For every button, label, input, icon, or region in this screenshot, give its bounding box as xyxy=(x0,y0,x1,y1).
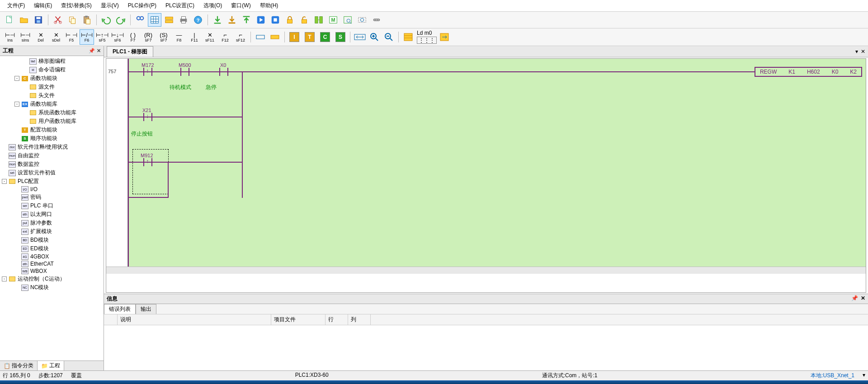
undo-icon[interactable] xyxy=(99,13,113,27)
unlock-icon[interactable] xyxy=(297,13,311,27)
paste-icon[interactable] xyxy=(80,13,94,27)
toggle-view-icon[interactable] xyxy=(162,13,176,27)
contact-x0[interactable] xyxy=(217,67,230,76)
fn-btn-sins[interactable]: ⊢⊣sIns xyxy=(18,29,33,45)
info-pin-icon[interactable]: 📌 xyxy=(851,295,858,303)
tree-item[interactable]: pwd密码 xyxy=(0,193,104,201)
open-icon[interactable] xyxy=(17,13,31,27)
fn-btn-f12[interactable]: ⌐F12 xyxy=(218,29,232,45)
compare-icon[interactable] xyxy=(312,13,326,27)
cut-icon[interactable] xyxy=(51,13,65,27)
run-icon[interactable] xyxy=(254,13,268,27)
expander-icon[interactable]: - xyxy=(14,102,19,107)
ladder-mode-icon[interactable] xyxy=(148,13,161,27)
fn-btn-sf7[interactable]: (S)sF7 xyxy=(156,29,171,45)
zoom-out-icon[interactable] xyxy=(382,30,396,44)
ladder-editor[interactable]: 757 M172 ↑ M500 X0 待机模式 急停 xyxy=(106,58,866,293)
ladder-tool-icon[interactable] xyxy=(401,30,415,44)
tree-item[interactable]: WBWBOX xyxy=(0,267,104,275)
tree-item[interactable]: BDBD模块 xyxy=(0,236,104,244)
device-icon[interactable] xyxy=(355,13,369,27)
download-alt-icon[interactable] xyxy=(225,13,239,27)
tree-item[interactable]: set设置软元件初值 xyxy=(0,169,104,177)
output-instruction[interactable]: REGW K1 H602 K0 K2 xyxy=(755,67,862,77)
tree-item[interactable]: ethEtherCAT xyxy=(0,260,104,267)
tree-item[interactable]: serPLC 串口 xyxy=(0,201,104,210)
tree-item[interactable]: S顺序功能块 xyxy=(0,134,104,143)
tree-item[interactable]: 4G4GBOX xyxy=(0,253,104,260)
zoom-in-icon[interactable] xyxy=(368,30,381,44)
fn-btn-sf6[interactable]: ⊢↓⊣sF6 xyxy=(110,29,125,45)
tree-item[interactable]: NCNC模块 xyxy=(0,283,104,292)
info-tab-output[interactable]: 输出 xyxy=(136,304,156,314)
contact-m500[interactable] xyxy=(179,67,191,76)
rect-tool-icon[interactable] xyxy=(254,30,267,44)
menu-view[interactable]: 显示(V) xyxy=(96,1,123,10)
expander-icon[interactable]: - xyxy=(2,179,7,184)
info-tab-errors[interactable]: 错误列表 xyxy=(104,304,136,314)
expander-icon[interactable]: - xyxy=(14,76,19,81)
tree-item[interactable]: 源文件 xyxy=(0,83,104,91)
tree-item[interactable]: -运动控制（C运动） xyxy=(0,275,104,283)
convert-icon[interactable] xyxy=(438,30,451,44)
rect-fill-icon[interactable] xyxy=(268,30,282,44)
fn-btn-f11[interactable]: |F11 xyxy=(187,29,202,45)
tree-item[interactable]: mon数据监控 xyxy=(0,160,104,169)
menu-edit[interactable]: 编辑(E) xyxy=(29,1,57,10)
tree-item[interactable]: -C函数功能块 xyxy=(0,74,104,83)
fn-btn-del[interactable]: ✕Del xyxy=(33,29,48,45)
fn-btn-f6[interactable]: ⊢/⊣F6 xyxy=(80,29,94,45)
tree-item[interactable]: id命令语编程 xyxy=(0,66,104,74)
help-icon[interactable]: ? xyxy=(191,13,205,27)
tree-item[interactable]: I/OI/O xyxy=(0,186,104,193)
info-body[interactable] xyxy=(104,325,868,370)
tree-item[interactable]: 系统函数功能库 xyxy=(0,108,104,117)
copy-icon[interactable] xyxy=(66,13,79,27)
download-icon[interactable] xyxy=(211,13,224,27)
close-icon[interactable]: ✕ xyxy=(97,48,101,54)
project-tree[interactable]: lad梯形图编程id命令语编程-C函数功能块源文件头文件-EX函数功能库系统函数… xyxy=(0,56,104,361)
tree-item[interactable]: EDED模块 xyxy=(0,244,104,253)
menu-window[interactable]: 窗口(W) xyxy=(226,1,255,10)
pin-icon[interactable]: 📌 xyxy=(89,48,95,54)
fn-btn-sf11[interactable]: ✕sF11 xyxy=(203,29,217,45)
letter-btn-t[interactable]: T xyxy=(303,30,316,44)
letter-btn-s[interactable]: S xyxy=(334,30,347,44)
tab-close-icon[interactable]: ✕ xyxy=(861,48,865,55)
tree-item[interactable]: ext扩展模块 xyxy=(0,227,104,236)
tree-item[interactable]: mon自由监控 xyxy=(0,151,104,160)
fn-btn-ins[interactable]: ⊢⊣Ins xyxy=(3,29,17,45)
fn-btn-sf7[interactable]: (R)sF7 xyxy=(141,29,156,45)
upload-icon[interactable] xyxy=(240,13,253,27)
fn-btn-sdel[interactable]: ✕sDel xyxy=(49,29,63,45)
stop-icon[interactable] xyxy=(269,13,282,27)
fn-btn-f8[interactable]: —F8 xyxy=(172,29,186,45)
sidebar-tab-project[interactable]: 📁工程 xyxy=(38,361,64,370)
status-local[interactable]: 本地:USB_Xnet_1 xyxy=(811,372,854,379)
sidebar-tab-cmd[interactable]: 📋指令分类 xyxy=(0,361,38,370)
tree-item[interactable]: pul脉冲参数 xyxy=(0,219,104,227)
save-icon[interactable] xyxy=(32,13,45,27)
tree-item[interactable]: doc软元件注释/使用状况 xyxy=(0,143,104,151)
menu-plcset[interactable]: PLC设置(C) xyxy=(161,1,199,10)
m-table-icon[interactable]: M xyxy=(326,13,340,27)
menu-options[interactable]: 选项(O) xyxy=(199,1,226,10)
info-close-icon[interactable]: ✕ xyxy=(861,295,865,303)
tree-item[interactable]: lad梯形图编程 xyxy=(0,57,104,66)
fn-btn-sf12[interactable]: ⌐sF12 xyxy=(233,29,248,45)
tree-item[interactable]: 头文件 xyxy=(0,91,104,100)
print-icon[interactable] xyxy=(177,13,190,27)
hscrollbar[interactable] xyxy=(106,267,866,274)
hscroll-fit-icon[interactable] xyxy=(353,30,367,44)
menu-file[interactable]: 文件(F) xyxy=(3,1,29,10)
letter-btn-i[interactable]: I xyxy=(288,30,301,44)
editor-tab-plc1[interactable]: PLC1 - 梯形图 xyxy=(107,46,153,57)
tree-item[interactable]: 用户函数功能库 xyxy=(0,117,104,126)
menu-find[interactable]: 查找\替换(S) xyxy=(57,1,96,10)
tab-dropdown-icon[interactable]: ▾ xyxy=(855,48,858,55)
expander-icon[interactable]: - xyxy=(2,276,7,281)
zoom-sel-icon[interactable] xyxy=(341,13,354,27)
fn-btn-sf5[interactable]: ⊢↑⊣sF5 xyxy=(95,29,109,45)
menu-help[interactable]: 帮助(H) xyxy=(255,1,283,10)
redo-icon[interactable] xyxy=(114,13,127,27)
